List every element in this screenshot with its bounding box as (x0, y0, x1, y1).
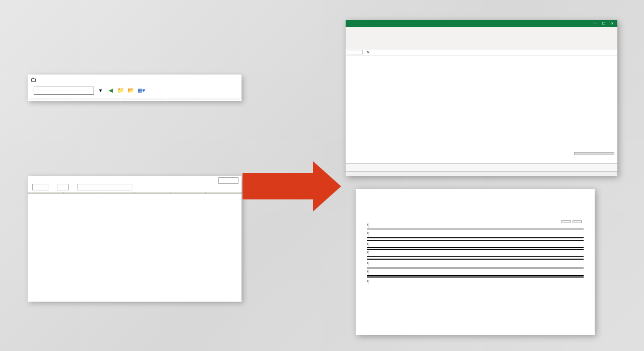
cell-reference[interactable] (348, 50, 363, 54)
q8-version (32, 184, 48, 190)
log-col-message[interactable] (206, 192, 242, 194)
log-col-time[interactable] (28, 192, 64, 194)
sheet-tabs (346, 163, 617, 171)
new-folder-icon[interactable]: 📂 (127, 87, 134, 94)
log-window (28, 176, 242, 302)
col-size[interactable] (167, 98, 240, 100)
back-icon[interactable]: ◀ (107, 87, 114, 94)
log-table (28, 192, 242, 194)
browse-title-bar: 🗀 (28, 75, 242, 85)
excel-user (583, 22, 590, 26)
q8tool-version (218, 177, 238, 184)
ribbon (346, 27, 617, 49)
search-row: ▾ ◀ 📁 📂 ▦▾ (28, 85, 242, 97)
start-button[interactable] (561, 220, 571, 223)
formula-bar: fx (346, 49, 617, 55)
save-button[interactable] (573, 220, 582, 223)
fx-icon[interactable]: fx (367, 50, 369, 54)
up-icon[interactable]: 📁 (117, 87, 124, 94)
log-header (28, 176, 242, 192)
search-input[interactable] (34, 87, 94, 95)
close-icon[interactable]: ✕ (609, 22, 616, 26)
dcom-arrow (243, 161, 343, 212)
view-icon[interactable]: ▦▾ (137, 87, 144, 94)
log-col-part[interactable] (134, 192, 170, 194)
folder-icon: 🗀 (31, 77, 36, 83)
col-type[interactable] (121, 98, 166, 100)
col-name[interactable] (29, 98, 74, 100)
log-col-prog[interactable] (170, 192, 206, 194)
worksheet[interactable] (346, 55, 617, 163)
zoom-slider[interactable] (574, 152, 614, 155)
dropdown-icon[interactable]: ▾ (97, 87, 104, 94)
log-col-msg[interactable] (63, 192, 99, 194)
com-port (57, 184, 69, 190)
report-window: ¶ ¶ ¶ ¶ ¶ ¶ ¶ (356, 189, 595, 335)
pilcrow-icon: ¶ (367, 222, 369, 228)
col-date[interactable] (75, 98, 120, 100)
maximize-icon[interactable]: ☐ (600, 22, 607, 26)
file-list-table (28, 97, 242, 101)
excel-window: — ☐ ✕ fx (346, 20, 617, 176)
excel-titlebar: — ☐ ✕ (346, 20, 617, 27)
log-col-group[interactable] (99, 192, 135, 194)
excel-statusbar (346, 171, 617, 176)
connection-row (367, 248, 584, 250)
alarm-header (367, 275, 584, 276)
minimize-icon[interactable]: — (592, 22, 599, 26)
file-browser-window: 🗀 ▾ ◀ 📁 📂 ▦▾ (28, 75, 242, 101)
zeit-field (77, 184, 132, 190)
